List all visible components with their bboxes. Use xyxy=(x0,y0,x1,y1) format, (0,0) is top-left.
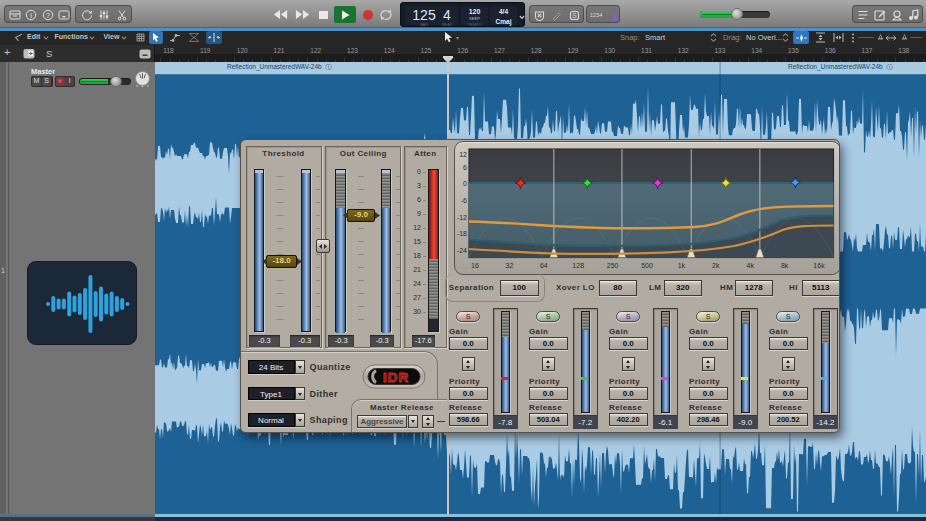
svg-text:128: 128 xyxy=(572,262,584,269)
svg-text:-6: -6 xyxy=(461,197,467,204)
svg-text:S: S xyxy=(572,12,577,19)
svg-text:250: 250 xyxy=(607,262,619,269)
svg-text:IDR: IDR xyxy=(383,370,409,385)
svg-text:1k: 1k xyxy=(678,262,686,269)
svg-text:12: 12 xyxy=(459,151,467,158)
svg-text:500: 500 xyxy=(641,262,653,269)
svg-text:-18: -18 xyxy=(457,230,467,237)
svg-text:64: 64 xyxy=(540,262,548,269)
svg-text:2k: 2k xyxy=(712,262,720,269)
svg-text:16k: 16k xyxy=(813,262,825,269)
svg-text:?: ? xyxy=(46,12,50,19)
svg-text:i: i xyxy=(30,11,32,20)
svg-text:-12: -12 xyxy=(457,214,467,221)
svg-text:-24: -24 xyxy=(457,247,467,254)
svg-text:0: 0 xyxy=(463,180,467,187)
svg-text:16: 16 xyxy=(471,262,479,269)
svg-text:6: 6 xyxy=(463,164,467,171)
svg-text:8k: 8k xyxy=(781,262,789,269)
svg-text:4k: 4k xyxy=(746,262,754,269)
svg-text:32: 32 xyxy=(506,262,514,269)
